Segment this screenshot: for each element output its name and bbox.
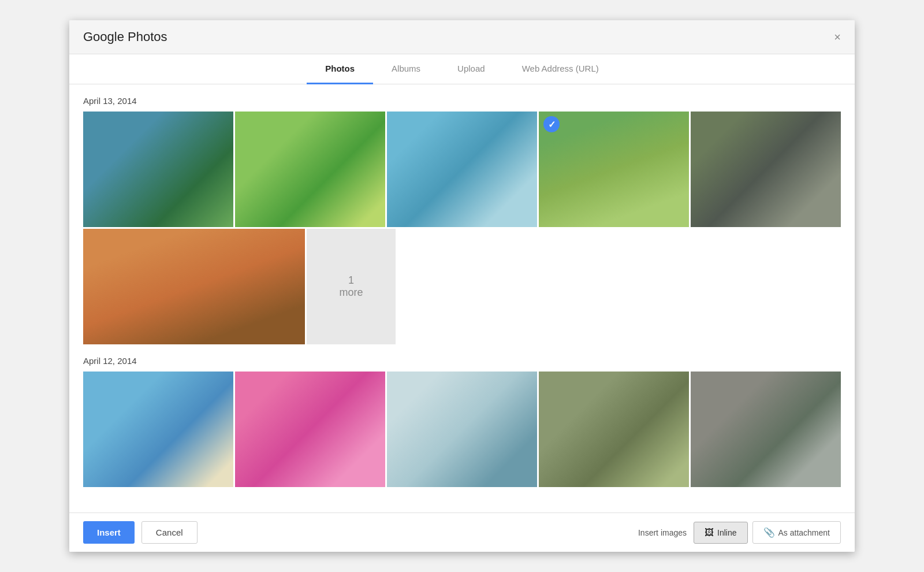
insert-images-label: Insert images [638, 528, 687, 537]
dialog-header: Google Photos × [69, 20, 855, 54]
photo-item-selected[interactable]: ✓ [539, 112, 689, 227]
dialog-title: Google Photos [83, 29, 167, 54]
more-photos-cell[interactable]: 1 more [307, 229, 396, 344]
photo-item[interactable] [387, 372, 537, 487]
tab-web-address[interactable]: Web Address (URL) [504, 54, 617, 84]
photo-item[interactable] [83, 112, 233, 227]
photo-item[interactable] [83, 372, 233, 487]
insert-button[interactable]: Insert [83, 521, 135, 544]
footer-actions-left: Insert Cancel [83, 521, 198, 544]
photo-item[interactable] [235, 112, 385, 227]
attachment-label: As attachment [778, 528, 830, 537]
attachment-icon: 📎 [763, 527, 775, 538]
selection-checkmark: ✓ [543, 116, 560, 132]
inline-button[interactable]: 🖼 Inline [694, 522, 747, 544]
photo-item[interactable] [691, 372, 841, 487]
content-area: April 13, 2014 ✓ [69, 84, 855, 512]
photo-row-2: 1 more [83, 229, 841, 344]
photo-item[interactable] [387, 112, 537, 227]
date-label-april12: April 12, 2014 [83, 356, 841, 366]
cancel-button[interactable]: Cancel [141, 521, 198, 544]
photo-row-1: ✓ [83, 112, 841, 227]
photo-item[interactable] [83, 229, 305, 344]
photo-item[interactable] [539, 372, 689, 487]
tab-photos[interactable]: Photos [307, 54, 373, 84]
photo-item[interactable] [235, 372, 385, 487]
tab-albums[interactable]: Albums [373, 54, 439, 84]
footer-actions-right: Insert images 🖼 Inline 📎 As attachment [638, 521, 841, 544]
photo-item[interactable] [691, 112, 841, 227]
inline-label: Inline [717, 528, 736, 537]
close-button[interactable]: × [834, 31, 841, 52]
more-label: more [339, 287, 363, 299]
date-label-april13: April 13, 2014 [83, 96, 841, 106]
inline-icon: 🖼 [705, 528, 714, 538]
more-count: 1 [348, 274, 354, 287]
google-photos-dialog: Google Photos × Photos Albums Upload Web… [69, 20, 855, 552]
attachment-button[interactable]: 📎 As attachment [752, 521, 841, 544]
dialog-footer: Insert Cancel Insert images 🖼 Inline 📎 A… [69, 512, 855, 552]
tabs-bar: Photos Albums Upload Web Address (URL) [69, 54, 855, 84]
photo-row-3 [83, 372, 841, 487]
tab-upload[interactable]: Upload [439, 54, 504, 84]
